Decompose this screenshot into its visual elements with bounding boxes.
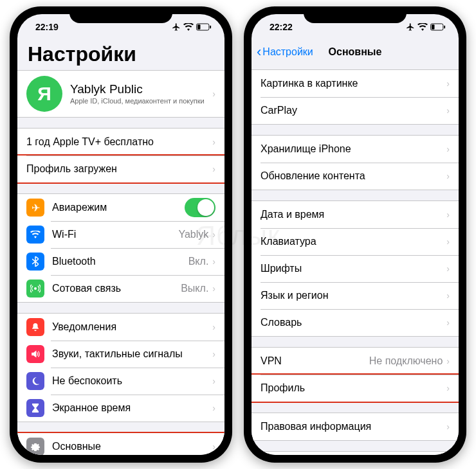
wifi-icon [183, 23, 194, 31]
legal-row[interactable]: Правовая информация › [252, 413, 459, 440]
airplane-mode-row[interactable]: ✈ Авиарежим [17, 194, 224, 221]
row-label: Авиарежим [52, 202, 107, 213]
airplane-icon: ✈ [26, 199, 44, 217]
apple-tv-promo-row[interactable]: 1 год Apple TV+ бесплатно › [17, 129, 224, 156]
chevron-icon: › [212, 89, 215, 99]
screen-general: 22:22 ‹ Настройки Основные Картинка в ка… [252, 14, 459, 455]
datetime-row[interactable]: Дата и время › [252, 201, 459, 228]
row-label: Bluetooth [52, 256, 96, 267]
avatar: Я [26, 76, 62, 112]
cellular-icon [26, 280, 44, 298]
status-icons [172, 22, 212, 31]
group-general: Основные › Пункт управления › [17, 432, 224, 455]
group-legal: Правовая информация › [252, 413, 459, 441]
moon-icon [26, 372, 44, 390]
row-label: Словарь [261, 317, 302, 328]
row-label: 1 год Apple TV+ бесплатно [26, 136, 154, 148]
gear-icon [26, 438, 44, 455]
group-reset: Сброс › Выключить [252, 451, 459, 455]
row-label: Сотовая связь [52, 283, 121, 294]
dnd-row[interactable]: Не беспокоить › [17, 368, 224, 395]
cellular-row[interactable]: Сотовая связь Выкл. › [17, 275, 224, 302]
bluetooth-icon [26, 253, 44, 271]
status-time: 22:22 [270, 22, 293, 32]
row-label: Клавиатура [261, 236, 316, 247]
dictionary-row[interactable]: Словарь › [252, 309, 459, 336]
bluetooth-row[interactable]: Bluetooth Вкл. › [17, 248, 224, 275]
row-label: VPN [261, 355, 282, 367]
chevron-icon: › [446, 422, 450, 432]
row-label: Основные [52, 441, 101, 452]
chevron-icon: › [446, 383, 450, 393]
chevron-icon: › [212, 164, 215, 174]
notch [69, 6, 172, 23]
svg-rect-1 [197, 24, 201, 29]
row-label: Шрифты [261, 263, 302, 274]
group-storage: Хранилище iPhone › Обновление контента › [252, 135, 459, 190]
speaker-icon [26, 345, 44, 363]
language-region-row[interactable]: Язык и регион › [252, 282, 459, 309]
row-label: Обновление контента [261, 170, 365, 182]
nav-bar: ‹ Настройки Основные [252, 40, 459, 64]
background-refresh-row[interactable]: Обновление контента › [252, 163, 459, 190]
row-label: Картинка в картинке [261, 78, 358, 89]
back-label: Настройки [262, 46, 313, 58]
pip-row[interactable]: Картинка в картинке › [252, 70, 459, 97]
hourglass-icon [26, 399, 44, 417]
row-value: Не подключено [369, 355, 443, 367]
status-time: 22:19 [35, 22, 59, 32]
battery-icon [196, 23, 212, 31]
svg-rect-9 [432, 24, 435, 29]
notch [304, 6, 407, 23]
row-label: Уведомления [52, 321, 116, 333]
row-label: Звуки, тактильные сигналы [52, 348, 183, 360]
keyboard-row[interactable]: Клавиатура › [252, 228, 459, 255]
carplay-row[interactable]: CarPlay › [252, 97, 459, 124]
apple-id-row[interactable]: Я Yablyk Public Apple ID, iCloud, медиак… [17, 71, 224, 117]
screen-time-row[interactable]: Экранное время › [17, 395, 224, 422]
screen-settings: 22:19 Настройки Я Yablyk Public Apple ID… [17, 14, 224, 455]
chevron-icon: › [212, 283, 215, 294]
row-label: Правовая информация [261, 421, 371, 432]
wifi-row[interactable]: Wi-Fi Yablyk › [17, 221, 224, 248]
chevron-icon: › [212, 229, 215, 240]
chevron-icon: › [446, 236, 450, 247]
chevron-icon: › [446, 105, 450, 116]
chevron-icon: › [212, 137, 215, 147]
chevron-left-icon: ‹ [257, 45, 261, 59]
row-label: Хранилище iPhone [261, 143, 351, 155]
profile-sub: Apple ID, iCloud, медиаконтент и покупки [70, 97, 212, 105]
chevron-icon: › [212, 403, 215, 413]
reset-row[interactable]: Сброс › [252, 452, 459, 455]
chevron-icon: › [212, 441, 215, 452]
chevron-icon: › [446, 144, 450, 154]
phone-left: 22:19 Настройки Я Yablyk Public Apple ID… [10, 6, 232, 463]
page-title: Настройки [17, 40, 224, 70]
notifications-row[interactable]: Уведомления › [17, 314, 224, 341]
fonts-row[interactable]: Шрифты › [252, 255, 459, 282]
group-connectivity: ✈ Авиарежим Wi-Fi Yablyk › [17, 193, 224, 303]
profile-downloaded-row[interactable]: Профиль загружен › [17, 156, 224, 182]
vpn-row[interactable]: VPN Не подключено › [252, 348, 459, 375]
storage-row[interactable]: Хранилище iPhone › [252, 136, 459, 163]
general-content[interactable]: Картинка в картинке › CarPlay › Хранилищ… [252, 64, 459, 455]
chevron-icon: › [212, 322, 215, 332]
sounds-row[interactable]: Звуки, тактильные сигналы › [17, 341, 224, 368]
bell-icon [26, 318, 44, 336]
settings-content[interactable]: Я Yablyk Public Apple ID, iCloud, медиак… [17, 70, 224, 455]
svg-rect-2 [210, 26, 211, 29]
chevron-icon: › [212, 349, 215, 359]
status-icons [406, 22, 446, 31]
chevron-icon: › [446, 317, 450, 328]
row-label: Язык и регион [261, 290, 329, 301]
general-row[interactable]: Основные › [17, 433, 224, 455]
group-alerts: Уведомления › Звуки, тактильные сигналы … [17, 313, 224, 422]
back-button[interactable]: ‹ Настройки [257, 45, 313, 59]
row-label: Профиль загружен [26, 163, 117, 175]
row-value: Вкл. [188, 256, 209, 267]
profile-row[interactable]: Профиль › [252, 375, 459, 402]
airplane-toggle[interactable] [185, 198, 215, 217]
chevron-icon: › [446, 356, 450, 366]
profile-name: Yablyk Public [70, 82, 212, 97]
wifi-icon [417, 23, 428, 31]
